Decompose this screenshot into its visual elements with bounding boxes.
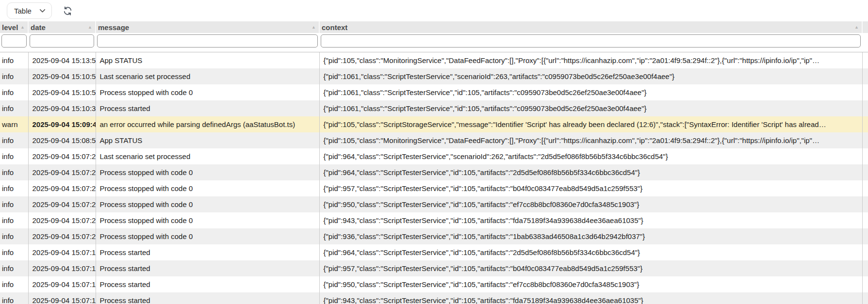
filter-input-message[interactable]: [97, 34, 318, 48]
sort-asc-icon[interactable]: ▲: [86, 25, 92, 30]
cell-spacer: [862, 116, 868, 132]
table-row[interactable]: info 2025-09-04 15:07:16 Process started…: [0, 260, 868, 276]
filter-spacer: [862, 33, 868, 52]
cell-spacer: [862, 292, 868, 304]
refresh-button[interactable]: [62, 5, 73, 16]
cell-level: info: [0, 276, 28, 292]
cell-message: Process stopped with code 0: [96, 180, 319, 196]
cell-date: 2025-09-04 15:07:26: [28, 228, 96, 244]
view-selector-value: Table: [14, 7, 32, 15]
column-header-context[interactable]: context▲: [319, 21, 862, 33]
cell-message: an error occurred while parsing definedA…: [96, 116, 319, 132]
table-row[interactable]: info 2025-09-04 15:07:26 Process stopped…: [0, 180, 868, 196]
column-label-message: message: [98, 23, 129, 32]
cell-date: 2025-09-04 15:10:52: [28, 84, 96, 100]
table-row[interactable]: warn 2025-09-04 15:09:45 an error occurr…: [0, 116, 868, 132]
refresh-icon: [63, 6, 73, 16]
cell-context: {"pid":105,"class":"MonitoringService","…: [319, 52, 862, 68]
table-row[interactable]: info 2025-09-04 15:10:52 Process stopped…: [0, 84, 868, 100]
cell-level: info: [0, 212, 28, 228]
filter-input-level[interactable]: [1, 34, 27, 48]
sort-asc-icon[interactable]: ▲: [18, 25, 25, 30]
cell-message: Process stopped with code 0: [96, 196, 319, 212]
cell-level: info: [0, 260, 28, 276]
cell-message: Last scenario set processed: [96, 68, 319, 84]
view-selector[interactable]: Table: [7, 2, 52, 19]
table-row[interactable]: info 2025-09-04 15:07:26 Process stopped…: [0, 196, 868, 212]
table-row[interactable]: info 2025-09-04 15:07:26 Last scenario s…: [0, 148, 868, 164]
table-row[interactable]: info 2025-09-04 15:07:26 Process stopped…: [0, 212, 868, 228]
column-header-message[interactable]: message▲: [96, 21, 319, 33]
cell-spacer: [862, 100, 868, 116]
cell-context: {"pid":105,"class":"MonitoringService","…: [319, 132, 862, 148]
table-row[interactable]: info 2025-09-04 15:13:58 App STATUS {"pi…: [0, 52, 868, 68]
cell-message: Process started: [96, 100, 319, 116]
filter-input-date[interactable]: [30, 34, 94, 48]
cell-level: info: [0, 196, 28, 212]
cell-level: info: [0, 84, 28, 100]
cell-context: {"pid":964,"class":"ScriptTesterService"…: [319, 148, 862, 164]
column-header-date[interactable]: date▲: [28, 21, 96, 33]
table-row[interactable]: info 2025-09-04 15:07:26 Process stopped…: [0, 164, 868, 180]
cell-spacer: [862, 132, 868, 148]
cell-context: {"pid":950,"class":"ScriptTesterService"…: [319, 196, 862, 212]
cell-date: 2025-09-04 15:07:16: [28, 260, 96, 276]
cell-date: 2025-09-04 15:07:16: [28, 244, 96, 260]
cell-spacer: [862, 260, 868, 276]
cell-context: {"pid":964,"class":"ScriptTesterService"…: [319, 244, 862, 260]
cell-date: 2025-09-04 15:13:58: [28, 52, 96, 68]
cell-context: {"pid":943,"class":"ScriptTesterService"…: [319, 212, 862, 228]
cell-spacer: [862, 68, 868, 84]
sort-asc-icon[interactable]: ▲: [310, 25, 316, 30]
cell-level: warn: [0, 116, 28, 132]
cell-date: 2025-09-04 15:07:26: [28, 148, 96, 164]
cell-date: 2025-09-04 15:07:26: [28, 164, 96, 180]
toolbar: Table: [0, 0, 868, 21]
filter-input-context[interactable]: [321, 34, 861, 48]
table-row[interactable]: info 2025-09-04 15:08:57 App STATUS {"pi…: [0, 132, 868, 148]
cell-context: {"pid":957,"class":"ScriptTesterService"…: [319, 260, 862, 276]
table-row[interactable]: info 2025-09-04 15:07:26 Process stopped…: [0, 228, 868, 244]
table-row[interactable]: info 2025-09-04 15:10:35 Process started…: [0, 100, 868, 116]
cell-message: Process stopped with code 0: [96, 212, 319, 228]
log-table: level▲ date▲ message▲ context▲ info 2025…: [0, 21, 868, 304]
cell-spacer: [862, 148, 868, 164]
cell-level: info: [0, 228, 28, 244]
cell-message: Process stopped with code 0: [96, 164, 319, 180]
cell-date: 2025-09-04 15:07:26: [28, 196, 96, 212]
cell-level: info: [0, 100, 28, 116]
cell-date: 2025-09-04 15:07:26: [28, 212, 96, 228]
cell-date: 2025-09-04 15:07:16: [28, 292, 96, 304]
cell-context: {"pid":1061,"class":"ScriptTesterService…: [319, 68, 862, 84]
cell-context: {"pid":1061,"class":"ScriptTesterService…: [319, 100, 862, 116]
cell-message: Process stopped with code 0: [96, 228, 319, 244]
column-header-level[interactable]: level▲: [0, 21, 28, 33]
cell-date: 2025-09-04 15:07:16: [28, 276, 96, 292]
table-row[interactable]: info 2025-09-04 15:07:16 Process started…: [0, 292, 868, 304]
cell-date: 2025-09-04 15:10:52: [28, 68, 96, 84]
cell-message: Process stopped with code 0: [96, 84, 319, 100]
table-row[interactable]: info 2025-09-04 15:07:16 Process started…: [0, 276, 868, 292]
cell-spacer: [862, 228, 868, 244]
table-row[interactable]: info 2025-09-04 15:10:52 Last scenario s…: [0, 68, 868, 84]
cell-spacer: [862, 180, 868, 196]
cell-spacer: [862, 212, 868, 228]
cell-message: Process started: [96, 260, 319, 276]
sort-asc-icon[interactable]: ▲: [852, 25, 859, 30]
cell-message: Process started: [96, 276, 319, 292]
cell-level: info: [0, 68, 28, 84]
cell-level: info: [0, 180, 28, 196]
cell-spacer: [862, 164, 868, 180]
cell-context: {"pid":950,"class":"ScriptTesterService"…: [319, 276, 862, 292]
column-label-level: level: [2, 23, 18, 32]
cell-spacer: [862, 52, 868, 68]
cell-spacer: [862, 244, 868, 260]
cell-context: {"pid":957,"class":"ScriptTesterService"…: [319, 180, 862, 196]
column-label-context: context: [322, 23, 347, 32]
table-row[interactable]: info 2025-09-04 15:07:16 Process started…: [0, 244, 868, 260]
log-rows: info 2025-09-04 15:13:58 App STATUS {"pi…: [0, 52, 868, 304]
cell-level: info: [0, 244, 28, 260]
cell-date: 2025-09-04 15:08:57: [28, 132, 96, 148]
cell-level: info: [0, 148, 28, 164]
cell-message: App STATUS: [96, 52, 319, 68]
